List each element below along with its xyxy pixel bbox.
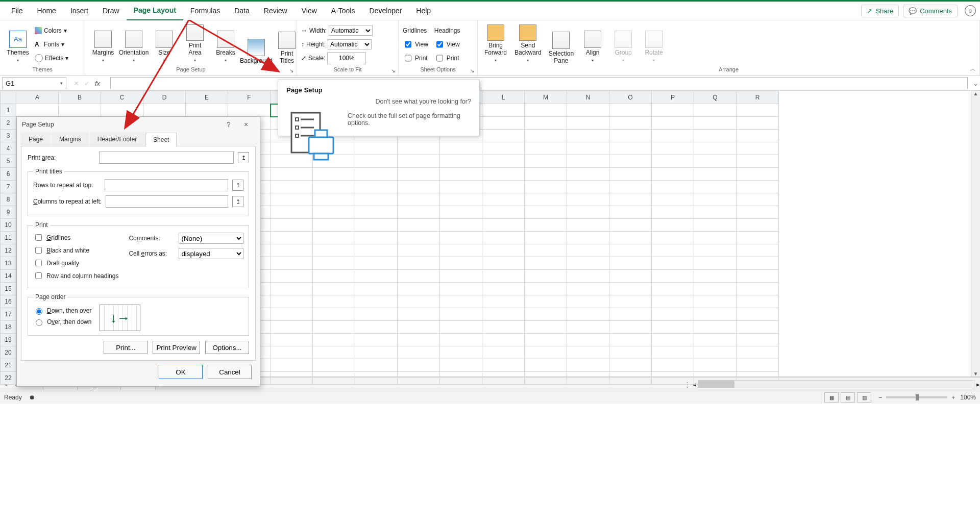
col-header[interactable]: C — [101, 91, 143, 104]
cell[interactable] — [313, 168, 355, 181]
cell[interactable] — [398, 232, 440, 244]
col-header[interactable]: E — [186, 91, 228, 104]
cell[interactable] — [694, 117, 737, 130]
cell[interactable] — [355, 283, 398, 295]
cell[interactable] — [567, 168, 609, 181]
zoom-slider[interactable] — [886, 396, 947, 398]
row-header[interactable]: 9 — [1, 206, 16, 219]
row-header[interactable]: 3 — [1, 130, 16, 142]
cell[interactable] — [271, 232, 313, 244]
row-header[interactable]: 4 — [1, 142, 16, 155]
col-header[interactable]: P — [652, 91, 694, 104]
cell[interactable] — [609, 193, 652, 206]
cell[interactable] — [440, 219, 482, 232]
cell[interactable] — [525, 155, 567, 168]
cell[interactable] — [482, 372, 525, 385]
cell[interactable] — [440, 270, 482, 283]
cell[interactable] — [313, 295, 355, 308]
cell[interactable] — [609, 270, 652, 283]
align-button[interactable]: Align▾ — [579, 23, 606, 65]
cell[interactable] — [694, 232, 737, 244]
cell[interactable] — [440, 206, 482, 219]
cell[interactable] — [525, 321, 567, 334]
cell[interactable] — [271, 181, 313, 193]
col-header[interactable]: N — [567, 91, 609, 104]
rows-repeat-picker[interactable]: ↥ — [232, 180, 243, 191]
cell[interactable] — [525, 334, 567, 346]
cell[interactable] — [143, 104, 186, 117]
cell[interactable] — [355, 232, 398, 244]
cell[interactable] — [737, 142, 779, 155]
cell[interactable] — [694, 295, 737, 308]
cell[interactable] — [525, 359, 567, 372]
cell[interactable] — [609, 130, 652, 142]
cell[interactable] — [271, 193, 313, 206]
cell[interactable] — [440, 346, 482, 359]
cell[interactable] — [737, 270, 779, 283]
cell[interactable] — [525, 308, 567, 321]
cell[interactable] — [313, 321, 355, 334]
horizontal-scrollbar[interactable]: ⋮◂▸ — [684, 380, 980, 388]
cell[interactable] — [398, 168, 440, 181]
cell[interactable] — [313, 283, 355, 295]
headings-view-check[interactable] — [436, 39, 443, 49]
cell[interactable] — [355, 142, 398, 155]
cell[interactable] — [694, 168, 737, 181]
row-header[interactable]: 20 — [1, 346, 16, 359]
cell[interactable] — [652, 244, 694, 257]
cell[interactable] — [398, 142, 440, 155]
blackwhite-check[interactable] — [35, 247, 42, 254]
cell[interactable] — [609, 104, 652, 117]
cell[interactable] — [694, 155, 737, 168]
cell[interactable] — [652, 206, 694, 219]
cell[interactable] — [355, 321, 398, 334]
cell[interactable] — [398, 219, 440, 232]
cell[interactable] — [609, 206, 652, 219]
cell[interactable] — [271, 308, 313, 321]
cell[interactable] — [567, 104, 609, 117]
cell[interactable] — [652, 181, 694, 193]
share-button[interactable]: ↗Share — [861, 5, 899, 17]
cell[interactable] — [737, 168, 779, 181]
cell[interactable] — [440, 232, 482, 244]
row-header[interactable]: 18 — [1, 321, 16, 334]
cell[interactable] — [567, 181, 609, 193]
select-all-corner[interactable] — [1, 91, 16, 104]
cell[interactable] — [398, 334, 440, 346]
cell[interactable] — [398, 283, 440, 295]
cell[interactable] — [567, 295, 609, 308]
cell[interactable] — [355, 219, 398, 232]
over-down-radio[interactable] — [36, 319, 42, 326]
cell[interactable] — [694, 181, 737, 193]
row-header[interactable]: 16 — [1, 295, 16, 308]
cell[interactable] — [313, 219, 355, 232]
cell[interactable] — [398, 346, 440, 359]
cell[interactable] — [398, 372, 440, 385]
cell[interactable] — [652, 321, 694, 334]
cell[interactable] — [567, 372, 609, 385]
cell[interactable] — [398, 181, 440, 193]
cell[interactable] — [271, 206, 313, 219]
dialog-tab-sheet[interactable]: Sheet — [145, 133, 177, 146]
row-header[interactable]: 11 — [1, 232, 16, 244]
tab-data[interactable]: Data — [227, 2, 257, 20]
cell[interactable] — [652, 155, 694, 168]
cell[interactable] — [440, 321, 482, 334]
cell[interactable] — [440, 334, 482, 346]
cell[interactable] — [652, 270, 694, 283]
cell[interactable] — [694, 321, 737, 334]
row-header[interactable]: 22 — [1, 372, 16, 385]
cell[interactable] — [525, 372, 567, 385]
cell[interactable] — [313, 257, 355, 270]
cell[interactable] — [271, 321, 313, 334]
cell[interactable] — [482, 244, 525, 257]
cell[interactable] — [652, 346, 694, 359]
cell[interactable] — [398, 244, 440, 257]
cell[interactable] — [694, 346, 737, 359]
col-header[interactable]: Q — [694, 91, 737, 104]
cell[interactable] — [525, 244, 567, 257]
row-header[interactable]: 8 — [1, 193, 16, 206]
cell[interactable] — [737, 193, 779, 206]
gridlines-view-check[interactable] — [405, 39, 411, 49]
print-button[interactable]: Print... — [104, 341, 148, 354]
